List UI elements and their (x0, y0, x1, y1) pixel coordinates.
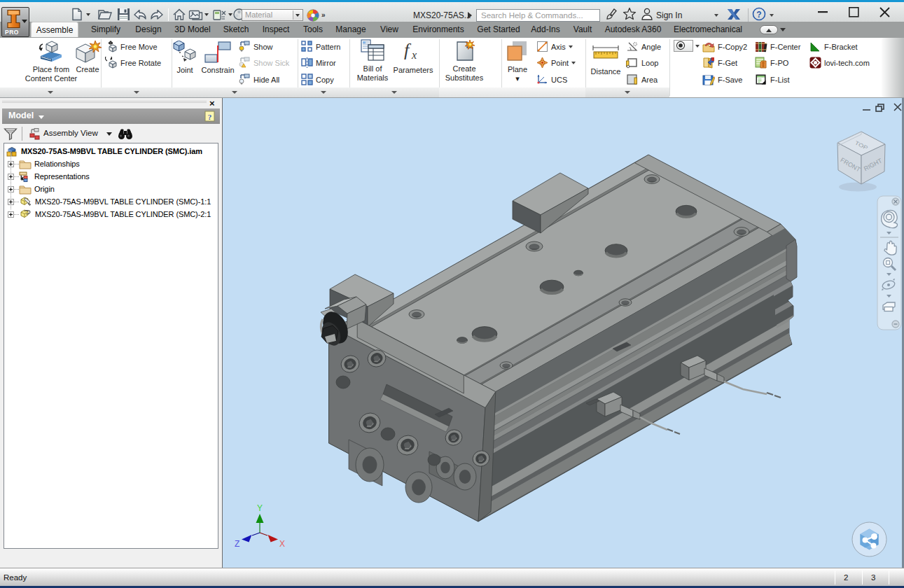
svg-text:x: x (411, 49, 417, 60)
svg-text:X: X (279, 539, 285, 549)
svg-text:?: ? (757, 10, 762, 20)
svg-text:?: ? (208, 113, 212, 121)
svg-text:f: f (404, 41, 412, 60)
svg-text:Y: Y (257, 503, 263, 513)
svg-text:Z: Z (235, 539, 239, 549)
